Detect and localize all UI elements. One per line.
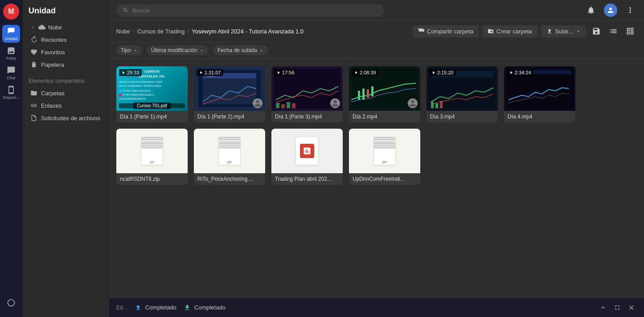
- settings-icon-btn[interactable]: [2, 294, 20, 312]
- upload-status-icon: [135, 304, 142, 311]
- expand-icon: [614, 304, 621, 311]
- nav-item-solicitudes[interactable]: Solicitudes de archivos: [24, 112, 107, 124]
- svg-rect-24: [440, 101, 443, 108]
- close-icon: [628, 304, 635, 311]
- bc-cursos[interactable]: Cursos de Trading: [137, 28, 185, 35]
- nav-panel: Unidad Nube Recientes Favoritos Papelera…: [22, 0, 109, 317]
- fotos-icon: [7, 46, 16, 55]
- nav-carpetas-label: Carpetas: [41, 90, 65, 97]
- search-input[interactable]: [132, 7, 377, 14]
- upload-btn[interactable]: Subir...: [541, 25, 586, 37]
- file-name-dia1p2: Día 1 (Parte 2).mp4: [194, 111, 265, 122]
- carpetas-icon: [30, 89, 37, 97]
- settings-icon: [7, 298, 16, 307]
- bc-sep-1: ›: [133, 28, 135, 34]
- file-card-dia4[interactable]: 2:34:24 Día 4.mp4: [504, 66, 575, 122]
- file-card-dia1p1[interactable]: CURSOSDIGITALES 701 ÚNETE A NUESTRA COMU…: [116, 66, 188, 122]
- file-name-dia1p1: Día 1 (Parte 1).mp4: [116, 111, 188, 122]
- icon-sidebar: M Unidad Fotos Chat Disposi...: [0, 0, 22, 317]
- bell-btn[interactable]: [584, 4, 598, 17]
- play-icon-3: [276, 70, 281, 75]
- search-icon: [123, 7, 129, 13]
- sidebar-item-fotos[interactable]: Fotos: [2, 45, 20, 62]
- sidebar-item-disposi[interactable]: Disposi...: [2, 84, 20, 102]
- user-avatar[interactable]: [604, 4, 617, 17]
- close-btn[interactable]: [626, 302, 637, 313]
- list-view-btn[interactable]: [607, 24, 620, 38]
- bottom-bar: Ed... Completado Completado: [109, 297, 644, 317]
- grid-icon: [626, 27, 635, 36]
- status-download-label: Completado: [194, 304, 226, 311]
- bottom-controls: [598, 302, 637, 313]
- enlaces-icon: [30, 102, 37, 109]
- shared-section-header: Elementos compartidos: [22, 75, 109, 87]
- play-icon-4: [354, 70, 358, 75]
- bc-nube[interactable]: Nube: [116, 28, 130, 35]
- user-avatar-img: [607, 6, 615, 14]
- file-name-trading-plan: Trading Plan abril 202...: [271, 173, 343, 185]
- file-duration-dia1p3: 17:56: [274, 69, 297, 76]
- share-folder-btn[interactable]: Compartir carpeta: [413, 25, 479, 37]
- nav-item-recientes[interactable]: Recientes: [24, 33, 107, 46]
- file-card-trading-plan[interactable]: Trading Plan abril 202...: [271, 129, 343, 185]
- file-thumb-dia1p3: 17:56: [271, 66, 343, 111]
- file-card-dia3[interactable]: Trading Platform 2:15:20 Día 3.mp4: [427, 66, 498, 122]
- nav-item-carpetas[interactable]: Carpetas: [24, 87, 107, 99]
- file-thumb-trading-plan: [271, 129, 343, 173]
- filter-ultima-chevron: [199, 48, 204, 53]
- filter-ultima-btn[interactable]: Última modificación: [147, 45, 209, 55]
- file-card-rito[interactable]: ZIP RiTo_PriceAnchoring....: [194, 129, 265, 185]
- file-thumb-dia4: 2:34:24: [504, 66, 575, 111]
- sidebar-item-chat[interactable]: Chat: [2, 64, 20, 82]
- search-box[interactable]: [116, 4, 384, 16]
- nav-item-favoritos[interactable]: Favoritos: [24, 46, 107, 58]
- chevron-right-icon: [30, 24, 36, 30]
- chevron-up-btn[interactable]: [598, 302, 608, 313]
- upload-chevron-icon: [576, 29, 581, 34]
- filter-tipo-btn[interactable]: Tipo: [116, 45, 142, 55]
- file-name-dia1p3: Día 1 (Parte 3).mp4: [271, 111, 343, 122]
- nav-title: Unidad: [22, 4, 109, 21]
- file-card-dia1p3[interactable]: 17:56 Día 1 (Parte 3).mp4: [271, 66, 343, 122]
- unidad-icon: [7, 27, 16, 36]
- sidebar-item-unidad-label: Unidad: [5, 37, 18, 41]
- create-folder-btn[interactable]: Crear carpeta: [482, 25, 537, 37]
- file-card-uppdnn[interactable]: ZIP UpDnnComFreeIndi...: [349, 129, 420, 185]
- expand-btn[interactable]: [612, 302, 623, 313]
- status-upload: Completado: [135, 304, 176, 311]
- file-card-dia2[interactable]: 2:08:39 Día 2.mp4: [349, 66, 420, 122]
- file-name-ncat: ncatRSDNT8.zip: [116, 173, 188, 185]
- file-thumb-ncat: ZIP: [116, 129, 188, 173]
- favoritos-icon: [30, 49, 37, 56]
- upload-icon: [546, 28, 553, 34]
- nav-item-enlaces[interactable]: Enlaces: [24, 99, 107, 112]
- avatar[interactable]: M: [3, 4, 19, 20]
- nav-recientes-label: Recientes: [41, 37, 67, 43]
- overlay-label-dia1p1: Cursos 701.pdf: [133, 102, 171, 109]
- more-menu-btn[interactable]: [623, 4, 637, 17]
- file-duration-dia2: 2:08:39: [352, 69, 378, 76]
- create-folder-icon: [488, 28, 494, 34]
- sidebar-item-chat-label: Chat: [7, 76, 15, 80]
- status-download: Completado: [184, 304, 226, 311]
- file-card-ncat[interactable]: ZIP ncatRSDNT8.zip: [116, 129, 188, 185]
- svg-rect-15: [362, 89, 365, 100]
- file-card-dia1p2[interactable]: mail 30... 1:31:07 Día 1 (P: [194, 66, 265, 122]
- file-duration-dia1p2: 1:31:07: [197, 69, 223, 76]
- view-save-icon-btn[interactable]: [590, 24, 603, 38]
- file-duration-dia1p1: 29:33: [119, 69, 142, 76]
- grid-view-btn[interactable]: [623, 24, 637, 38]
- chevron-up-icon: [599, 304, 607, 311]
- sidebar-item-unidad[interactable]: Unidad: [2, 25, 20, 43]
- play-icon-6: [509, 70, 513, 75]
- nav-item-papelera[interactable]: Papelera: [24, 58, 107, 71]
- cloud-icon: [38, 24, 45, 31]
- file-thumb-dia1p2: mail 30... 1:31:07: [194, 66, 265, 111]
- filter-fecha-btn[interactable]: Fecha de subida: [213, 45, 268, 55]
- filter-tipo-chevron: [133, 48, 138, 53]
- thumb-avatar-dia2: [408, 98, 418, 108]
- download-status-icon: [184, 304, 191, 311]
- nav-item-nube[interactable]: Nube: [24, 21, 107, 33]
- breadcrumb: Nube › Cursos de Trading › Yosewym Abril…: [109, 21, 644, 42]
- sidebar-item-fotos-label: Fotos: [6, 56, 16, 61]
